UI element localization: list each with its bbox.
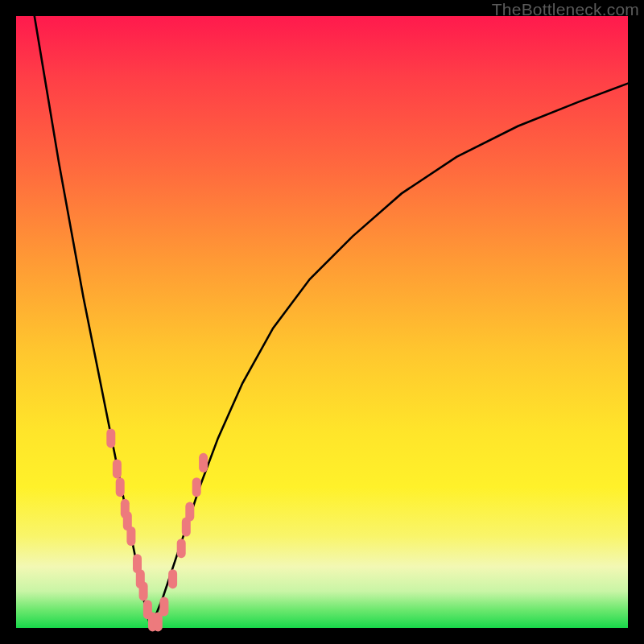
data-marker [192,477,201,497]
data-marker [159,597,168,616]
data-marker [168,569,177,588]
watermark-text: TheBottleneck.com [492,0,639,19]
data-marker [177,539,186,558]
curve-group [35,16,628,628]
curve-right_branch [151,84,628,628]
data-marker [139,581,148,601]
data-marker [113,459,122,478]
data-marker [116,477,125,497]
chart-svg [16,16,628,628]
data-marker [185,502,194,522]
chart-frame [16,16,628,628]
data-marker [126,526,135,546]
data-marker [106,428,115,448]
data-marker [199,453,208,473]
data-marker [154,612,163,631]
marker-group [106,428,208,631]
